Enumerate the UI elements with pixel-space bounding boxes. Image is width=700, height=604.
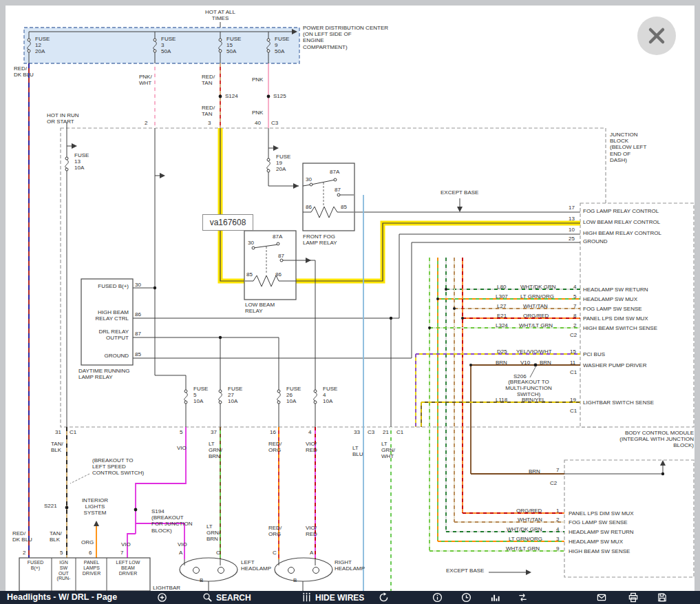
br-pin-4: 4 xyxy=(556,526,559,532)
zoom-in-button[interactable] xyxy=(157,591,167,604)
jb-pin-40: 40 xyxy=(255,120,261,126)
fuse-4-label: FUSE 4 10A xyxy=(323,386,337,405)
drl-row-high-beam: HIGH BEAM RELAY CTRL xyxy=(83,309,129,322)
rh-pin-a: A xyxy=(310,550,313,556)
close-button[interactable] xyxy=(637,17,676,55)
info-icon xyxy=(432,592,443,603)
email-button[interactable] xyxy=(596,591,607,604)
bcm-signal-label: HIGH BEAM SWITCH SENSE xyxy=(583,325,657,331)
except-base-top-label: EXCEPT BASE xyxy=(441,189,478,196)
bcm-conn-c2: C2 xyxy=(570,332,577,338)
br-pin-7: 7 xyxy=(556,467,559,473)
lh-pin-c: C xyxy=(216,550,220,556)
wire-code: D25 xyxy=(497,348,507,355)
drl-row-ground: GROUND xyxy=(83,353,129,359)
page-title: Headlights - W/ DRL - Page xyxy=(7,592,117,602)
lightbar-partial-label: LIGHTBAR xyxy=(153,585,180,591)
br-conn-c2: C2 xyxy=(550,480,557,486)
bcm-caption: BODY CONTROL MODULE (INTEGRAL WITH JUNCT… xyxy=(577,430,694,449)
print-icon xyxy=(628,592,639,603)
wire-color: LT GRN/ORG xyxy=(520,293,554,300)
jb-pin-5: 5 xyxy=(180,429,182,435)
blb-col-fused-b: FUSED B(+) xyxy=(20,560,51,571)
wire-color: WHT/LT GRN xyxy=(519,322,553,329)
lb-relay-pin-85: 85 xyxy=(246,271,253,278)
jb-pin-37: 37 xyxy=(211,429,217,435)
pdc-title: POWER DISTRIBUTION CENTER (ON LEFT SIDE … xyxy=(303,25,388,50)
br-wire-wht-tan: WHT/TAN xyxy=(518,517,542,523)
bcm-label-fog-ctrl: FOG LAMP RELAY CONTROL xyxy=(583,208,659,214)
lh-wire-lt-grn-brn: LT GRN/ BRN xyxy=(206,523,220,543)
fuse-19-label: FUSE 19 20A xyxy=(276,154,290,173)
wire-pin: 19 xyxy=(570,397,576,403)
wire-pin: 15 xyxy=(570,348,576,355)
close-icon xyxy=(637,17,676,55)
splice-s194-label: S194 (BREAKOUT FOR JUNCTION BLOCK) xyxy=(151,508,193,534)
jb-pin-4: 4 xyxy=(308,429,311,435)
bottom-toolbar: Headlights - W/ DRL - Page SEARCH HIDE W… xyxy=(0,591,700,604)
wire-label-vio: VIO xyxy=(177,445,187,451)
left-headlamp-label: LEFT HEADLAMP xyxy=(241,559,271,572)
jb-conn-c3: C3 xyxy=(271,120,278,126)
lb-relay-pin-87a: 87A xyxy=(273,233,282,240)
bcm-signal-label: WASHER PUMP DRIVER xyxy=(583,362,646,368)
rh-pin-c: C xyxy=(273,550,277,556)
save-button[interactable] xyxy=(657,591,668,604)
wire-label-red-tan: RED/ TAN xyxy=(202,74,215,86)
drl-pin-85: 85 xyxy=(135,351,141,357)
wire-circuit: V10 xyxy=(520,360,530,366)
stats-button[interactable] xyxy=(490,591,500,604)
fuse-9-label: FUSE 9 50A xyxy=(275,36,289,55)
search-icon xyxy=(202,592,213,603)
interior-lights-label: INTERIOR LIGHTS SYSTEM xyxy=(77,497,113,517)
wire-label-lt-blu: LT BLU xyxy=(352,445,363,457)
wire-label-vio-red: VIO/ RED xyxy=(306,441,317,453)
jb-conn-c1: C1 xyxy=(70,429,76,435)
br-pin-1: 1 xyxy=(556,508,559,514)
search-button[interactable]: SEARCH xyxy=(202,591,251,604)
fog-relay-pin-85: 85 xyxy=(341,204,347,210)
wire-color: ORG/RED xyxy=(523,313,549,319)
bcm-signal-label: HEADLAMP SW RETURN xyxy=(583,287,648,293)
fuse-3-label: FUSE 3 50A xyxy=(161,36,176,55)
wire-label-tan-blk-2: TAN/ BLK xyxy=(50,530,62,543)
jb-conn-c1c: C1 xyxy=(396,429,403,435)
wire-label-tan-blk: TAN/ BLK xyxy=(51,441,63,453)
print-button[interactable] xyxy=(628,591,639,604)
rotate-icon xyxy=(379,592,389,603)
wire-code: L324 xyxy=(496,322,508,329)
bcm-signal-label: HEADLAMP SW MUX xyxy=(583,296,637,302)
wire-pin: 5 xyxy=(573,293,576,300)
history-icon xyxy=(461,592,471,603)
fog-relay-pin-87: 87 xyxy=(335,187,341,193)
info-button[interactable] xyxy=(432,591,443,604)
hot-at-all-times-label: HOT AT ALL TIMES xyxy=(195,9,246,21)
wire-label-red-dkblu: RED/ DK BLU xyxy=(14,65,34,78)
bcm-signal-label: LIGHTBAR SWITCH SENSE xyxy=(583,399,654,406)
wire-code: L27 xyxy=(497,303,506,309)
rh-pin-b: B xyxy=(293,577,297,583)
jb-conn-c3b: C3 xyxy=(368,429,374,435)
jb-pin-3: 3 xyxy=(208,120,211,126)
drl-row-output: DRL RELAY OUTPUT xyxy=(83,329,129,341)
junction-block-title: JUNCTION BLOCK (BELOW LEFT END OF DASH) xyxy=(610,132,646,163)
share-button[interactable] xyxy=(518,591,528,604)
save-icon xyxy=(657,592,668,603)
fog-relay-pin-86: 86 xyxy=(306,204,312,210)
fuse-15-label: FUSE 15 50A xyxy=(226,36,241,55)
hide-wires-button[interactable]: HIDE WIRES xyxy=(301,591,364,604)
wire-label-pnk-2: PNK xyxy=(252,110,263,116)
front-fog-lamp-relay-box xyxy=(303,163,354,231)
wire-label-lt-grn-wht: LT GRN/ WHT xyxy=(381,441,395,460)
history-button[interactable] xyxy=(461,591,471,604)
lb-relay-pin-86: 86 xyxy=(275,271,282,278)
fuse-26-label: FUSE 26 10A xyxy=(286,386,301,405)
fuse-5-label: FUSE 5 10A xyxy=(193,386,208,405)
hot-in-run-label: HOT IN RUN OR START xyxy=(47,112,79,125)
rotate-button[interactable] xyxy=(379,591,389,604)
right-headlamp-label: RIGHT HEADLAMP xyxy=(335,559,365,572)
breakout-speed-label: (BREAKOUT TO LEFT SPEED CONTROL SWITCH) xyxy=(92,457,144,477)
br-label-sw-mux: HEADLAMP SW MUX xyxy=(569,539,623,545)
share-icon xyxy=(518,592,528,603)
bcm-signal-label: FOG LAMP SW SENSE xyxy=(583,306,642,312)
